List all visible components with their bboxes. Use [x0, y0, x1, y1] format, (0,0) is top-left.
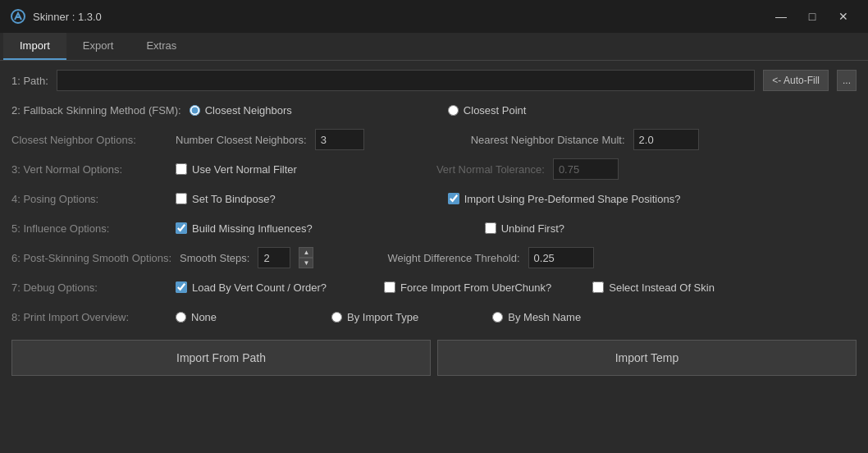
- vert-normal-filter-label: Use Vert Normal Filter: [192, 163, 297, 176]
- title-bar-left: Skinner : 1.3.0: [10, 8, 102, 25]
- closest-neighbor-label: Closest Neighbor Options:: [11, 134, 167, 146]
- tab-import[interactable]: Import: [3, 33, 66, 60]
- posing-row: 4: Posing Options: Set To Bindpose? Impo…: [11, 187, 857, 210]
- print-import-row: 8: Print Import Overview: None By Import…: [11, 305, 857, 328]
- vert-normal-filter-input[interactable]: [176, 163, 187, 175]
- bottom-buttons: Import From Path Import Temp: [11, 340, 857, 376]
- radio-closest-neighbors-label: Closest Neighbors: [205, 104, 292, 117]
- smooth-steps-spinner[interactable]: ▲ ▼: [299, 247, 313, 268]
- path-row: 1: Path: <- Auto-Fill ...: [11, 69, 857, 92]
- import-from-path-button[interactable]: Import From Path: [11, 340, 431, 376]
- closest-neighbor-row: Closest Neighbor Options: Number Closest…: [11, 128, 857, 151]
- bindpose-input[interactable]: [176, 193, 187, 204]
- radio-none[interactable]: None: [176, 311, 217, 323]
- num-closest-label: Number Closest Neighbors:: [176, 134, 307, 146]
- posing-label: 4: Posing Options:: [11, 193, 167, 205]
- bindpose-label: Set To Bindpose?: [192, 193, 276, 205]
- debug-label: 7: Debug Options:: [11, 281, 167, 294]
- vert-tol-label: Vert Normal Tolerance:: [436, 163, 545, 176]
- force-import-label: Force Import From UberChunk?: [400, 281, 551, 294]
- smooth-row: 6: Post-Skinning Smooth Options: Smooth …: [11, 246, 857, 269]
- tab-extras[interactable]: Extras: [130, 33, 193, 60]
- influence-label: 5: Influence Options:: [11, 222, 167, 235]
- radio-closest-point-input[interactable]: [448, 105, 459, 116]
- fallback-label: 2: Fallback Skinning Method (FSM):: [11, 104, 181, 117]
- load-by-vert-input[interactable]: [176, 281, 187, 293]
- weight-diff-input[interactable]: [528, 247, 594, 268]
- import-temp-button[interactable]: Import Temp: [437, 340, 857, 376]
- radio-none-label: None: [191, 311, 217, 323]
- radio-by-import-type-input[interactable]: [331, 312, 342, 323]
- main-content: 1: Path: <- Auto-Fill ... 2: Fallback Sk…: [0, 61, 868, 336]
- vert-normal-label: 3: Vert Normal Options:: [11, 163, 167, 176]
- vert-normal-filter-check[interactable]: Use Vert Normal Filter: [176, 163, 297, 176]
- radio-by-mesh-name[interactable]: By Mesh Name: [492, 311, 581, 323]
- radio-closest-point-label: Closest Point: [464, 104, 527, 117]
- tab-bar: Import Export Extras: [0, 33, 868, 61]
- unbind-first-input[interactable]: [485, 222, 496, 234]
- weight-diff-label: Weight Difference Threhold:: [387, 252, 519, 264]
- radio-by-mesh-name-label: By Mesh Name: [508, 311, 581, 323]
- window-controls: — □ ✕: [766, 4, 858, 29]
- vert-tol-input: [553, 158, 619, 180]
- path-label: 1: Path:: [11, 75, 48, 87]
- dots-button[interactable]: ...: [837, 70, 857, 91]
- load-by-vert-check[interactable]: Load By Vert Count / Order?: [176, 281, 327, 294]
- spinner-down[interactable]: ▼: [299, 258, 313, 268]
- smooth-steps-input[interactable]: [258, 247, 290, 268]
- tab-export[interactable]: Export: [66, 33, 130, 60]
- radio-by-import-type[interactable]: By Import Type: [331, 311, 418, 323]
- radio-by-mesh-name-input[interactable]: [492, 312, 503, 323]
- num-closest-input[interactable]: [315, 129, 364, 150]
- app-title: Skinner : 1.3.0: [33, 11, 102, 23]
- smooth-label: 6: Post-Skinning Smooth Options:: [11, 252, 171, 264]
- influence-row: 5: Influence Options: Build Missing Infl…: [11, 217, 857, 240]
- radio-closest-point[interactable]: Closest Point: [448, 104, 527, 117]
- predeformed-input[interactable]: [448, 193, 459, 204]
- build-missing-check[interactable]: Build Missing Influences?: [176, 222, 313, 235]
- path-input[interactable]: [57, 70, 756, 91]
- dist-mult-label: Nearest Neighbor Distance Mult:: [471, 134, 625, 146]
- radio-closest-neighbors-input[interactable]: [190, 105, 200, 116]
- radio-closest-neighbors[interactable]: Closest Neighbors: [190, 104, 292, 117]
- minimize-button[interactable]: —: [766, 4, 796, 29]
- spinner-up[interactable]: ▲: [299, 247, 313, 258]
- maximize-button[interactable]: □: [797, 4, 827, 29]
- force-import-check[interactable]: Force Import From UberChunk?: [384, 281, 551, 294]
- select-instead-label: Select Instead Of Skin: [609, 281, 715, 294]
- radio-by-import-type-label: By Import Type: [347, 311, 418, 323]
- close-button[interactable]: ✕: [829, 4, 858, 29]
- fallback-row: 2: Fallback Skinning Method (FSM): Close…: [11, 98, 857, 121]
- predeformed-label: Import Using Pre-Deformed Shape Position…: [464, 193, 681, 205]
- radio-none-input[interactable]: [176, 312, 186, 323]
- select-instead-input[interactable]: [592, 281, 604, 293]
- build-missing-label: Build Missing Influences?: [192, 222, 313, 235]
- print-import-label: 8: Print Import Overview:: [11, 311, 167, 323]
- debug-row: 7: Debug Options: Load By Vert Count / O…: [11, 276, 857, 299]
- bindpose-check[interactable]: Set To Bindpose?: [176, 193, 276, 205]
- unbind-first-label: Unbind First?: [501, 222, 564, 235]
- unbind-first-check[interactable]: Unbind First?: [485, 222, 564, 235]
- load-by-vert-label: Load By Vert Count / Order?: [192, 281, 327, 294]
- smooth-steps-label: Smooth Steps:: [180, 252, 249, 264]
- title-bar: Skinner : 1.3.0 — □ ✕: [0, 0, 868, 33]
- autofill-button[interactable]: <- Auto-Fill: [763, 70, 829, 91]
- predeformed-check[interactable]: Import Using Pre-Deformed Shape Position…: [448, 193, 681, 205]
- force-import-input[interactable]: [384, 281, 395, 293]
- app-icon: [10, 8, 26, 25]
- build-missing-input[interactable]: [176, 222, 187, 234]
- vert-normal-row: 3: Vert Normal Options: Use Vert Normal …: [11, 158, 857, 181]
- dist-mult-input[interactable]: [633, 129, 699, 150]
- select-instead-check[interactable]: Select Instead Of Skin: [592, 281, 715, 294]
